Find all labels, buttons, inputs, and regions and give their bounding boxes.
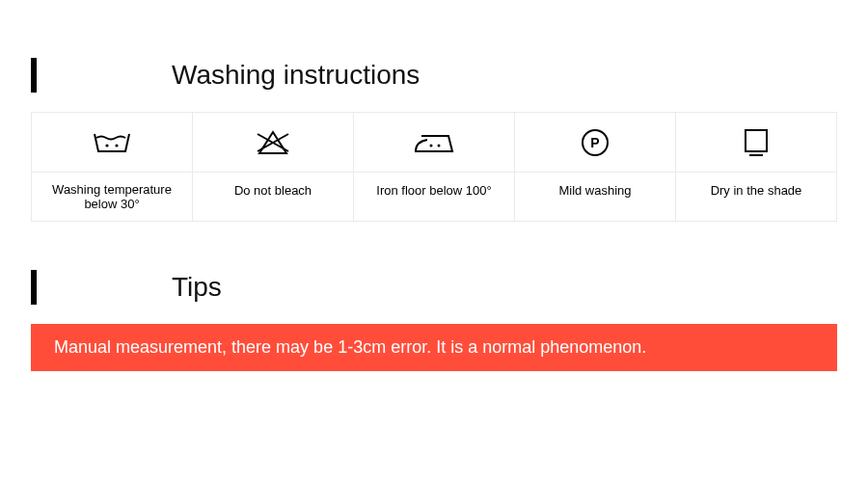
- svg-point-0: [105, 144, 108, 147]
- svg-rect-8: [746, 130, 767, 151]
- care-table: Washing temperature below 30° Do not ble…: [31, 112, 837, 222]
- heading-bar: [31, 270, 37, 305]
- svg-text:P: P: [590, 135, 599, 150]
- wash-30-icon: [32, 113, 192, 173]
- heading-bar: [31, 58, 37, 93]
- care-label: Mild washing: [515, 173, 675, 207]
- tips-title: Tips: [172, 272, 222, 303]
- care-cell-wash: Washing temperature below 30°: [31, 112, 193, 222]
- svg-point-1: [115, 144, 118, 147]
- svg-point-5: [438, 144, 441, 147]
- mild-wash-icon: P: [515, 113, 675, 173]
- care-label: Washing temperature below 30°: [32, 173, 192, 221]
- care-label: Iron floor below 100°: [354, 173, 514, 207]
- tips-banner: Manual measurement, there may be 1-3cm e…: [31, 324, 837, 371]
- care-cell-bleach: Do not bleach: [193, 112, 354, 222]
- care-label: Dry in the shade: [676, 173, 836, 207]
- no-bleach-icon: [193, 113, 353, 173]
- washing-title: Washing instructions: [172, 60, 420, 91]
- care-cell-mild: P Mild washing: [515, 112, 676, 222]
- svg-point-4: [430, 144, 433, 147]
- shade-dry-icon: [676, 113, 836, 173]
- washing-heading: Washing instructions: [31, 58, 868, 93]
- tips-heading: Tips: [31, 270, 868, 305]
- care-label: Do not bleach: [193, 173, 353, 207]
- care-cell-shade: Dry in the shade: [676, 112, 837, 222]
- iron-100-icon: [354, 113, 514, 173]
- care-cell-iron: Iron floor below 100°: [354, 112, 515, 222]
